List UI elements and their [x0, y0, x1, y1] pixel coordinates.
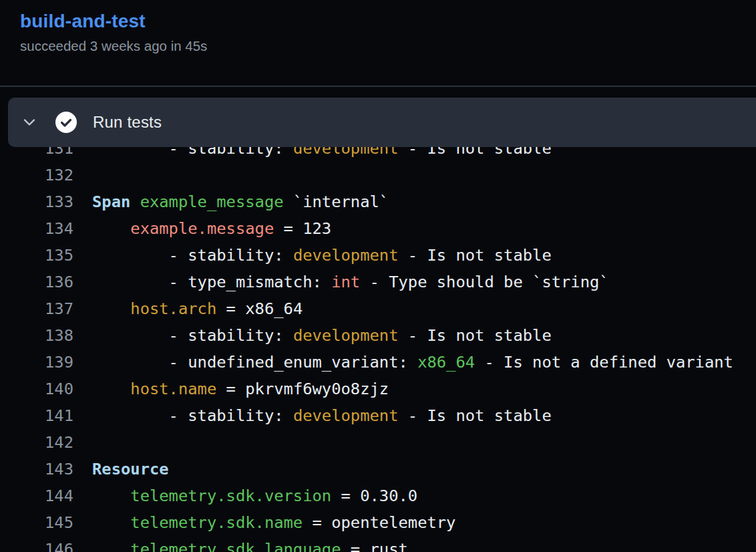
- log-text-segment: int: [331, 273, 360, 291]
- log-line: 139 - undefined_enum_variant: x86_64 - I…: [0, 349, 756, 376]
- line-content: host.name = pkrvmf6wy0o8zjz: [92, 376, 389, 402]
- log-text-segment: `internal`: [284, 192, 389, 211]
- log-text-segment: x86_64: [417, 353, 475, 372]
- line-number[interactable]: 143: [0, 456, 73, 482]
- line-number[interactable]: 137: [0, 295, 73, 322]
- line-number[interactable]: 146: [0, 536, 73, 552]
- log-text-segment: = pkrvmf6wy0o8zjz: [216, 380, 389, 398]
- log-text-segment: - stability:: [92, 246, 293, 265]
- log-text-segment: - Type should be `string`: [360, 273, 609, 291]
- log-text-segment: telemetry.sdk.version: [130, 487, 331, 505]
- log-text-segment: - Is not a defined variant: [475, 353, 733, 372]
- log-text-segment: [92, 540, 130, 552]
- log-line: 134 example.message = 123: [0, 215, 756, 242]
- job-title-link[interactable]: build-and-test: [20, 11, 146, 32]
- job-status-line: succeeded 3 weeks ago in 45s: [20, 38, 756, 54]
- log-text-segment: development: [293, 406, 399, 425]
- log-line: 135 - stability: development - Is not st…: [0, 242, 756, 269]
- log-line: 141 - stability: development - Is not st…: [0, 402, 756, 429]
- line-number[interactable]: 135: [0, 242, 73, 269]
- log-text-segment: - Is not stable: [398, 326, 551, 345]
- log-line: 138 - stability: development - Is not st…: [0, 322, 756, 349]
- log-text-segment: host.arch: [130, 299, 216, 318]
- log-line: 133Span example_message `internal`: [0, 188, 756, 215]
- line-content: telemetry.sdk.name = opentelemetry: [92, 509, 455, 536]
- log-text-segment: telemetry.sdk.language: [130, 540, 341, 552]
- log-text-segment: - stability:: [92, 406, 293, 425]
- line-content: telemetry.sdk.language = rust: [92, 536, 408, 552]
- log-text-segment: = rust: [341, 540, 408, 552]
- log-text-segment: = opentelemetry: [303, 513, 455, 532]
- log-text-segment: Resource: [92, 460, 169, 478]
- line-content: Resource: [92, 456, 169, 482]
- line-content: - stability: development - Is not stable: [92, 402, 552, 429]
- line-number[interactable]: 134: [0, 215, 73, 242]
- log-text-segment: - undefined_enum_variant:: [92, 353, 417, 372]
- log-text-segment: [130, 192, 140, 211]
- line-number[interactable]: 132: [0, 162, 73, 188]
- log-text-segment: - Is not stable: [398, 406, 551, 425]
- log-text-segment: - Is not stable: [398, 246, 551, 265]
- line-number[interactable]: 139: [0, 349, 73, 376]
- line-content: - stability: development - Is not stable: [92, 242, 552, 269]
- log-text-segment: development: [293, 246, 399, 265]
- log-line: 146 telemetry.sdk.language = rust: [0, 536, 756, 552]
- log-text-segment: - stability:: [92, 326, 293, 345]
- log-text-segment: [92, 487, 130, 505]
- line-number[interactable]: 138: [0, 322, 73, 349]
- log-text-segment: = 0.30.0: [331, 487, 417, 505]
- line-content: Span example_message `internal`: [92, 188, 389, 215]
- log-text-segment: [92, 299, 130, 318]
- log-text-segment: = 123: [274, 219, 331, 238]
- log-text-segment: [92, 513, 130, 532]
- log-text-segment: example_message: [140, 192, 284, 211]
- log-text-segment: [92, 380, 130, 398]
- line-content: - type_mismatch: int - Type should be `s…: [92, 269, 609, 295]
- log-text-segment: Span: [92, 192, 130, 211]
- log-line: 144 telemetry.sdk.version = 0.30.0: [0, 482, 756, 509]
- chevron-down-icon[interactable]: [22, 115, 37, 130]
- log-text-segment: telemetry.sdk.name: [130, 513, 303, 532]
- line-number[interactable]: 142: [0, 429, 73, 456]
- workflow-job-log-page: build-and-test succeeded 3 weeks ago in …: [0, 0, 756, 552]
- check-circle-icon: [55, 112, 77, 133]
- log-text-segment: [92, 219, 130, 238]
- line-number[interactable]: 140: [0, 376, 73, 402]
- line-content: example.message = 123: [92, 215, 331, 242]
- log-line: 137 host.arch = x86_64: [0, 295, 756, 322]
- log-text-segment: example.message: [130, 219, 274, 238]
- log-line: 140 host.name = pkrvmf6wy0o8zjz: [0, 376, 756, 402]
- log-line: 145 telemetry.sdk.name = opentelemetry: [0, 509, 756, 536]
- log-line: 136 - type_mismatch: int - Type should b…: [0, 269, 756, 295]
- line-content: host.arch = x86_64: [92, 295, 303, 322]
- log-text-segment: host.name: [130, 380, 216, 398]
- log-line: 143Resource: [0, 456, 756, 482]
- line-number[interactable]: 145: [0, 509, 73, 536]
- line-number[interactable]: 144: [0, 482, 73, 509]
- line-number[interactable]: 133: [0, 188, 73, 215]
- step-header-run-tests[interactable]: Run tests: [8, 98, 756, 147]
- line-number[interactable]: 141: [0, 402, 73, 429]
- log-text-segment: development: [293, 326, 399, 345]
- log-text-segment: - type_mismatch:: [92, 273, 331, 291]
- log-line: 132: [0, 162, 756, 188]
- line-number[interactable]: 136: [0, 269, 73, 295]
- log-text-segment: = x86_64: [216, 299, 303, 318]
- line-content: - undefined_enum_variant: x86_64 - Is no…: [92, 349, 733, 376]
- line-content: telemetry.sdk.version = 0.30.0: [92, 482, 417, 509]
- job-header: build-and-test succeeded 3 weeks ago in …: [0, 0, 756, 54]
- line-content: - stability: development - Is not stable: [92, 322, 552, 349]
- log-output: 131 - stability: development - Is not st…: [0, 135, 756, 552]
- header-divider: [0, 86, 756, 87]
- step-name: Run tests: [93, 113, 162, 132]
- log-line: 142: [0, 429, 756, 456]
